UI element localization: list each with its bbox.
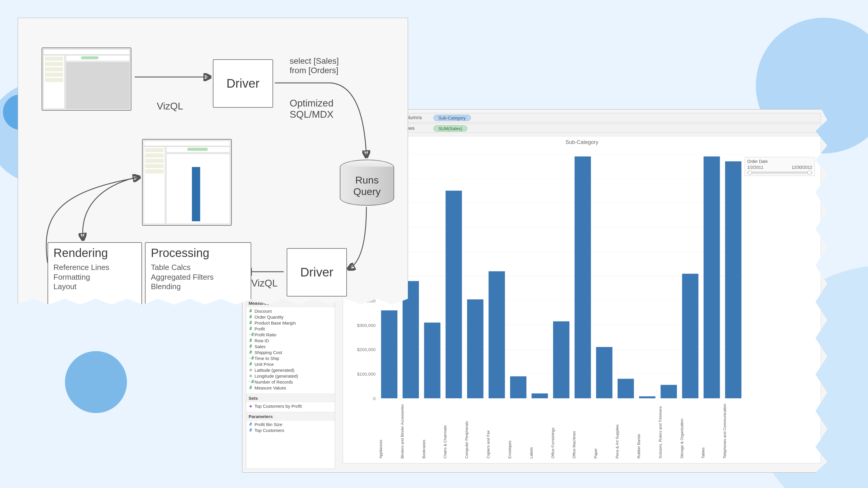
driver-box-1: Driver	[213, 59, 273, 108]
bar-tables[interactable]	[704, 156, 720, 398]
bar-envelopes[interactable]	[510, 376, 526, 398]
bar-appliances[interactable]	[381, 311, 397, 398]
bar-labels[interactable]	[532, 393, 548, 398]
bar-office-furnishings[interactable]	[553, 321, 569, 398]
bar-telephones-and-communication[interactable]	[725, 161, 741, 398]
category-label: Paper	[593, 401, 615, 460]
db-line1: Runs	[355, 174, 378, 186]
filter-to: 12/30/2012	[792, 165, 812, 170]
field-item[interactable]: #Order Quantity	[249, 314, 333, 320]
field-item[interactable]: #Product Base Margin	[249, 320, 333, 326]
category-label: Pens & Art Supplies	[615, 401, 637, 460]
processing-box: Processing Table Calcs Aggregated Filter…	[145, 242, 251, 310]
field-item[interactable]: ·#Time to Ship	[249, 355, 333, 361]
vizql-label-1: VizQL	[157, 101, 183, 112]
bar-storage-organization[interactable]	[682, 274, 698, 398]
pill-subcategory[interactable]: Sub-Category	[433, 115, 471, 121]
field-item[interactable]: #Profit	[249, 326, 333, 332]
field-item[interactable]: #Measure Values	[249, 385, 333, 391]
filter-title: Order Date	[747, 159, 812, 164]
vizql-flow-diagram: VizQL Driver select [Sales]from [Orders]…	[18, 18, 408, 307]
driver-box-2: Driver	[287, 248, 347, 296]
optimized-sql-label: Optimized SQL/MDX	[290, 98, 334, 120]
bar-chairs-chairmats[interactable]	[445, 191, 462, 398]
columns-shelf[interactable]: Columns Sub-Category	[399, 113, 821, 123]
sql-snippet: select [Sales]from [Orders]	[290, 56, 339, 75]
decorative-circle	[65, 351, 127, 413]
bar-office-machines[interactable]	[575, 156, 591, 398]
processing-lines: Table Calcs Aggregated Filters Blending	[151, 263, 245, 292]
data-pane: Measures #Discount#Order Quantity#Produc…	[246, 298, 335, 469]
chart-title: Sub-Category	[343, 139, 821, 145]
field-item[interactable]: #Sales	[249, 344, 333, 349]
field-item[interactable]: #Discount	[249, 308, 333, 314]
category-label: Office Machines	[572, 401, 593, 460]
bar-rubber-bands[interactable]	[639, 396, 655, 398]
rendering-lines: Reference Lines Formatting Layout	[54, 263, 136, 292]
category-label: Chairs & Chairmats	[443, 401, 464, 460]
field-item[interactable]: ◆Top Customers by Profit	[249, 403, 333, 409]
vizql-label-2: VizQL	[251, 278, 278, 289]
worksheet-thumbnail-empty	[42, 47, 131, 111]
bar-paper[interactable]	[596, 347, 612, 398]
field-item[interactable]: #Row ID	[249, 337, 333, 344]
worksheet-thumbnail-barchart	[142, 139, 232, 226]
order-date-filter[interactable]: Order Date 1/2/2011 12/30/2012	[745, 157, 815, 176]
bar-pens-art-supplies[interactable]	[618, 379, 634, 398]
rows-shelf[interactable]: Rows SUM(Sales)	[399, 124, 821, 133]
rendering-box: Rendering Reference Lines Formatting Lay…	[48, 242, 142, 310]
field-item[interactable]: #Shipping Cost	[249, 349, 333, 355]
category-label: Office Furnishings	[551, 401, 572, 460]
bar-copiers-and-fax[interactable]	[489, 271, 505, 398]
filter-from: 1/2/2011	[747, 165, 764, 170]
parameters-section-header: Parameters	[246, 412, 335, 421]
field-item[interactable]: #Profit Bin Size	[249, 421, 333, 427]
field-item[interactable]: ·#Number of Records	[249, 379, 333, 385]
category-label: Bookcases	[422, 401, 443, 460]
category-label: Telephones and Communication	[722, 401, 744, 460]
category-label: Appliances	[378, 401, 400, 460]
bar-scissors-rulers-and-trimmers[interactable]	[660, 385, 677, 398]
bar-bookcases[interactable]	[424, 323, 440, 398]
category-label: Storage & Organization	[680, 401, 701, 460]
category-label: Binders and Binder Accessories	[400, 401, 422, 460]
processing-title: Processing	[151, 247, 245, 260]
category-label: Computer Peripherals	[464, 401, 486, 460]
rendering-title: Rendering	[54, 247, 136, 260]
x-axis-labels: AppliancesBinders and Binder Accessories…	[378, 401, 744, 460]
field-item[interactable]: #Unit Price	[249, 361, 333, 367]
category-label: Envelopes	[507, 401, 529, 460]
category-label: Labels	[529, 401, 551, 460]
category-label: Tables	[701, 401, 722, 460]
category-label: Rubber Bands	[637, 401, 658, 460]
db-line2: Query	[353, 186, 381, 197]
field-item[interactable]: ⊕Longitude (generated)	[249, 373, 333, 379]
category-label: Copiers and Fax	[486, 401, 507, 460]
chart-area: Sub-Category Order Date 1/2/2011 12/30/2…	[343, 136, 821, 463]
bar-computer-peripherals[interactable]	[467, 299, 483, 398]
sets-section-header: Sets	[246, 394, 335, 402]
category-label: Scissors, Rulers and Trimmers	[658, 401, 680, 460]
pill-sum-sales[interactable]: SUM(Sales)	[433, 125, 467, 132]
date-slider[interactable]	[747, 171, 812, 174]
field-item[interactable]: ⊕Latitude (generated)	[249, 367, 333, 373]
plot-region	[378, 154, 744, 398]
field-item[interactable]: ·#Profit Ratio	[249, 332, 333, 337]
field-item[interactable]: #Top Customers	[249, 427, 333, 433]
